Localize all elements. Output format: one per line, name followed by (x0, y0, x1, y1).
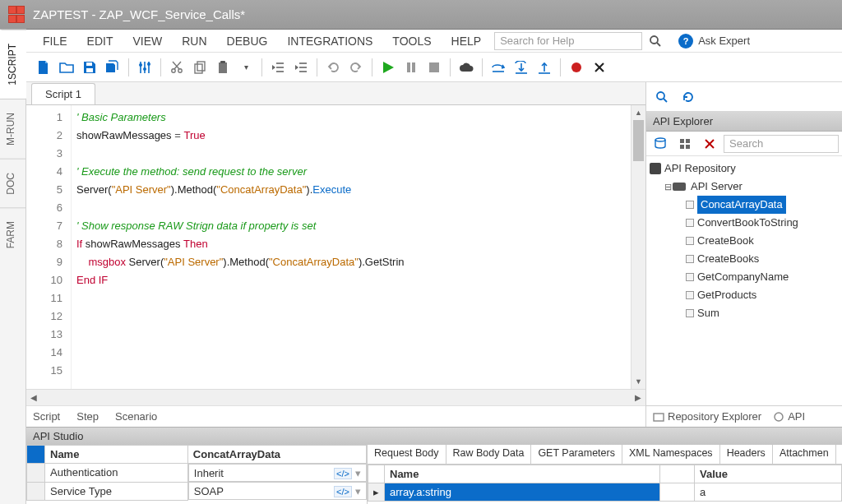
redo-icon[interactable] (345, 57, 367, 78)
paste-dropdown-icon[interactable]: ▾ (235, 57, 257, 78)
svg-rect-39 (686, 139, 690, 143)
svg-point-35 (657, 92, 664, 99)
scroll-left-icon[interactable]: ◀ (26, 393, 41, 402)
req-tab-body[interactable]: Request Body (368, 445, 446, 464)
settings-icon[interactable] (134, 57, 155, 78)
open-icon[interactable] (56, 57, 77, 78)
req-tab-headers[interactable]: Headers (720, 445, 773, 464)
request-tabs: Request Body Raw Body Data GET Parameter… (368, 445, 842, 465)
svg-rect-26 (429, 62, 439, 72)
prop-auth-name: Authentication (45, 464, 188, 483)
side-tab-mrun[interactable]: M-RUN (0, 99, 25, 159)
property-grid: NameConcatArrayData AuthenticationInheri… (26, 445, 368, 504)
menu-file[interactable]: FILE (33, 31, 77, 51)
new-file-icon[interactable] (33, 57, 54, 78)
view-tab-step[interactable]: Step (76, 410, 99, 423)
run-icon[interactable] (377, 57, 399, 78)
stop-icon[interactable] (423, 57, 445, 78)
req-tab-get[interactable]: GET Parameters (531, 445, 622, 464)
svg-rect-44 (654, 414, 664, 421)
tree-method-convertbooktostring[interactable]: ConvertBookToString (650, 214, 839, 232)
step-over-icon[interactable] (488, 57, 509, 78)
api-grid-icon[interactable] (674, 133, 696, 155)
ask-expert-link[interactable]: ?Ask Expert (678, 34, 750, 49)
search-icon[interactable] (649, 35, 662, 48)
req-row-selected[interactable]: ▸array.a:string</>a (368, 483, 842, 502)
stop-record-icon[interactable] (589, 57, 610, 78)
paste-icon[interactable] (212, 57, 234, 78)
tree-root[interactable]: API Repository (650, 160, 839, 178)
prop-service-value[interactable]: SOAP</> ▾ (188, 482, 367, 500)
undo-icon[interactable] (322, 57, 344, 78)
api-delete-icon[interactable] (699, 133, 720, 155)
tree-method-getcompanyname[interactable]: GetCompanyName (650, 268, 839, 286)
ask-expert-label: Ask Expert (698, 35, 750, 47)
outdent-icon[interactable] (267, 57, 289, 78)
scroll-right-icon[interactable]: ▶ (631, 393, 645, 402)
side-tab-farm[interactable]: FARM (0, 207, 25, 261)
svg-rect-41 (686, 145, 690, 149)
menu-run[interactable]: RUN (172, 31, 216, 51)
main-toolbar: ▾ (26, 53, 842, 82)
svg-point-0 (650, 36, 658, 44)
tab-api[interactable]: API (770, 409, 808, 424)
menu-integrations[interactable]: INTEGRATIONS (277, 31, 382, 51)
step-into-icon[interactable] (511, 57, 532, 78)
req-header-value: Value (695, 465, 842, 483)
cut-icon[interactable] (166, 57, 187, 78)
editor-view-tabs: Script Step Scenario (26, 405, 645, 427)
menu-help[interactable]: HELP (442, 31, 492, 51)
api-refresh-icon[interactable] (678, 86, 699, 108)
svg-rect-15 (197, 62, 205, 71)
tree-method-createbook[interactable]: CreateBook (650, 232, 839, 250)
svg-point-9 (147, 62, 150, 66)
vertical-scrollbar[interactable]: ▲ ▼ (631, 105, 645, 389)
svg-line-36 (664, 99, 667, 102)
tree-method-concatarraydata[interactable]: ConcatArrayData (650, 196, 839, 214)
menu-edit[interactable]: EDIT (77, 31, 123, 51)
tree-method-getproducts[interactable]: GetProducts (650, 286, 839, 304)
save-icon[interactable] (79, 57, 100, 78)
menu-view[interactable]: VIEW (123, 31, 172, 51)
copy-icon[interactable] (189, 57, 210, 78)
side-tab-doc[interactable]: DOC (0, 159, 25, 208)
tree-method-sum[interactable]: Sum (650, 304, 839, 322)
code-area[interactable]: ' Basic ParametersshowRawMessages = True… (72, 105, 645, 389)
step-out-icon[interactable] (534, 57, 555, 78)
view-tab-scenario[interactable]: Scenario (115, 410, 157, 423)
req-tab-attach[interactable]: Attachmen (773, 445, 836, 464)
api-search-input[interactable]: Search (724, 135, 839, 153)
scroll-thumb[interactable] (633, 120, 644, 161)
view-tab-script[interactable]: Script (33, 410, 60, 423)
side-tab-1script[interactable]: 1SCRIPT (0, 30, 26, 99)
req-tab-xml[interactable]: XML Namespaces (622, 445, 720, 464)
indent-icon[interactable] (290, 57, 312, 78)
help-search-input[interactable]: Search for Help (494, 32, 642, 50)
left-sidebar-tabs: 1SCRIPT M-RUN DOC FARM (0, 30, 26, 504)
api-search-icon[interactable] (651, 86, 673, 108)
code-editor[interactable]: 123456789101112131415 ' Basic Parameters… (26, 105, 645, 389)
svg-rect-16 (219, 62, 227, 73)
svg-line-1 (657, 43, 660, 46)
api-db-icon[interactable] (650, 133, 671, 155)
editor-tab-script1[interactable]: Script 1 (31, 83, 95, 104)
ask-expert-icon: ? (678, 34, 693, 49)
tab-repo-explorer[interactable]: Repository Explorer (650, 409, 765, 424)
right-bottom-tabs: Repository Explorer API (646, 405, 842, 427)
record-icon[interactable] (566, 57, 587, 78)
scroll-up-icon[interactable]: ▲ (632, 105, 645, 120)
menu-tools[interactable]: TOOLS (382, 31, 441, 51)
pause-icon[interactable] (400, 57, 422, 78)
prop-auth-value[interactable]: Inherit</> ▾ (188, 464, 367, 482)
cloud-icon[interactable] (456, 57, 477, 78)
svg-rect-17 (220, 61, 225, 63)
save-all-icon[interactable] (102, 57, 123, 78)
scroll-down-icon[interactable]: ▼ (632, 374, 645, 389)
req-tab-raw[interactable]: Raw Body Data (446, 445, 532, 464)
tree-method-createbooks[interactable]: CreateBooks (650, 250, 839, 268)
tree-server[interactable]: ⊟API Server (650, 178, 839, 196)
horizontal-scrollbar[interactable]: ◀ ▶ (26, 389, 645, 405)
menu-debug[interactable]: DEBUG (217, 31, 278, 51)
svg-rect-40 (680, 145, 684, 149)
editor-tabstrip: Script 1 (26, 82, 645, 105)
